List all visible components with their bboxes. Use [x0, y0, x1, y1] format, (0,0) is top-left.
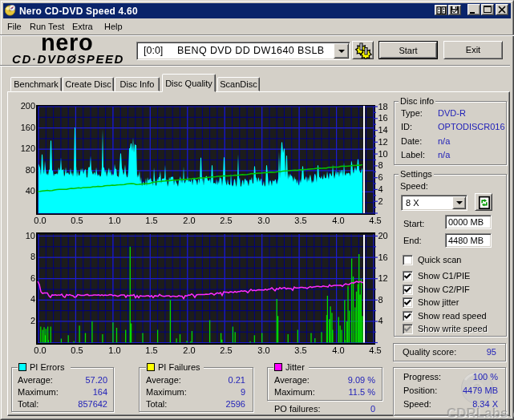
svg-text:20: 20 — [378, 231, 388, 240]
svg-text:12: 12 — [378, 137, 388, 147]
svg-text:120: 120 — [21, 143, 35, 153]
svg-text:40: 40 — [26, 186, 35, 196]
svg-text:10: 10 — [26, 231, 35, 240]
svg-text:0.5: 0.5 — [71, 345, 83, 355]
svg-text:10: 10 — [378, 149, 388, 159]
svg-text:12: 12 — [378, 273, 388, 283]
svg-text:2: 2 — [378, 196, 383, 206]
svg-text:3.0: 3.0 — [257, 216, 269, 225]
svg-text:0.0: 0.0 — [34, 216, 46, 225]
svg-text:14: 14 — [378, 125, 388, 135]
svg-text:1.0: 1.0 — [108, 345, 120, 355]
svg-text:0.0: 0.0 — [34, 345, 46, 355]
svg-text:1.5: 1.5 — [145, 216, 157, 225]
svg-text:18: 18 — [378, 102, 388, 111]
svg-text:4: 4 — [30, 294, 35, 304]
svg-text:4: 4 — [378, 316, 383, 325]
svg-text:6: 6 — [30, 273, 35, 283]
svg-text:2.0: 2.0 — [183, 345, 195, 355]
svg-text:6: 6 — [378, 172, 383, 182]
svg-text:4.5: 4.5 — [369, 216, 381, 225]
svg-text:80: 80 — [26, 165, 35, 175]
svg-text:160: 160 — [21, 123, 35, 132]
svg-text:2.5: 2.5 — [220, 216, 232, 225]
svg-text:8: 8 — [378, 295, 383, 305]
svg-text:2: 2 — [30, 316, 35, 325]
svg-text:3.0: 3.0 — [257, 345, 269, 355]
svg-text:4: 4 — [378, 184, 383, 194]
svg-text:8: 8 — [378, 160, 383, 170]
svg-text:4.0: 4.0 — [332, 345, 344, 355]
svg-text:3.5: 3.5 — [294, 345, 306, 355]
svg-text:2.0: 2.0 — [183, 216, 195, 225]
svg-text:16: 16 — [378, 113, 388, 123]
svg-text:8: 8 — [30, 252, 35, 261]
svg-text:1.5: 1.5 — [145, 345, 157, 355]
svg-text:3.5: 3.5 — [294, 216, 306, 225]
svg-text:4.0: 4.0 — [332, 216, 344, 225]
svg-text:0.5: 0.5 — [71, 216, 83, 225]
svg-text:16: 16 — [378, 252, 388, 262]
svg-text:2.5: 2.5 — [220, 345, 232, 355]
svg-text:200: 200 — [21, 101, 35, 111]
svg-text:4.5: 4.5 — [369, 345, 381, 355]
svg-text:1.0: 1.0 — [108, 216, 120, 225]
